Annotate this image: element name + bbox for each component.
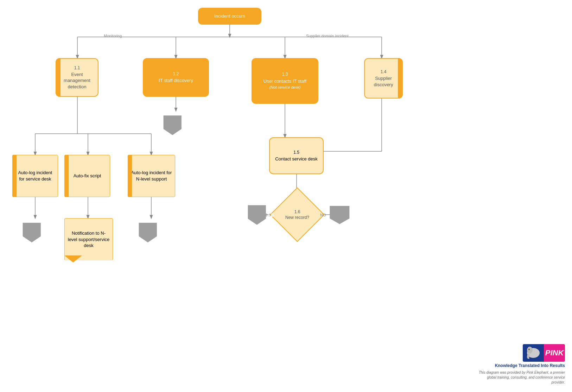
node-1-1-bar bbox=[56, 58, 61, 97]
incident-occurs-label: Incident occurs bbox=[211, 11, 248, 21]
logo-elephant bbox=[523, 344, 544, 362]
node-1-5-label: Contact service desk bbox=[275, 156, 318, 162]
auto-log-sd-label: Auto-log incident for service desk bbox=[18, 170, 52, 182]
node-1-1-id: 1.1 bbox=[59, 65, 95, 71]
incident-occurs-node: Incident occurs bbox=[198, 8, 261, 25]
shield-2-6: 2.6 bbox=[247, 201, 274, 229]
node-1-5: 1.5 Contact service desk bbox=[269, 137, 324, 174]
node-1-3: 1.3 User contacts IT staff (Not service … bbox=[252, 58, 318, 104]
diagram-container: Incident occurs Monitoring Supplier doma… bbox=[0, 0, 572, 392]
logo-disclaimer: This diagram was provided by Pink Elepha… bbox=[474, 370, 565, 385]
auto-fix-bar bbox=[64, 155, 69, 197]
node-1-3-id: 1.3 bbox=[263, 71, 306, 77]
shield-2-6-label: 2.6 bbox=[267, 212, 274, 218]
node-1-2: 1.2 IT staff discovery bbox=[143, 58, 209, 97]
node-1-4-bar-right bbox=[398, 58, 403, 99]
auto-fix-node: Auto-fix script bbox=[64, 155, 110, 197]
node-1-1: 1.1 Event management detection bbox=[56, 58, 98, 97]
logo-tagline: Knowledge Translated Into Results bbox=[474, 363, 565, 368]
notification-label: Notification to N-level support/service … bbox=[68, 230, 110, 248]
supplier-domain-label: Supplier domain incident bbox=[306, 34, 348, 38]
notification-fold bbox=[64, 255, 82, 263]
logo-box: PINK bbox=[474, 344, 565, 362]
shield-2-10-label: 2.10 bbox=[350, 212, 360, 218]
svg-point-23 bbox=[528, 349, 530, 350]
auto-log-n-node: Auto-log incident for N-level support bbox=[128, 155, 175, 197]
diamond-1-6: 1.6 New record? bbox=[278, 195, 317, 234]
node-1-3-label: User contacts IT staff bbox=[263, 78, 306, 84]
diamond-1-6-id: 1.6 bbox=[285, 209, 309, 215]
shield-4-1-label: 4.1 bbox=[42, 230, 49, 235]
diamond-1-6-text: 1.6 New record? bbox=[285, 209, 309, 220]
node-1-1-label: Event management detection bbox=[64, 72, 90, 89]
auto-log-sd-bar bbox=[12, 155, 17, 197]
node-1-5-id: 1.5 bbox=[275, 150, 318, 155]
node-1-3-italic: (Not service desk) bbox=[269, 85, 301, 89]
auto-log-n-bar bbox=[128, 155, 132, 197]
shield-2-1: 2.1 bbox=[163, 111, 189, 140]
node-1-4-label: Supplier discovery bbox=[374, 76, 393, 87]
node-1-4: 1.4 Supplier discovery bbox=[364, 58, 403, 99]
node-1-4-id: 1.4 bbox=[368, 69, 399, 75]
shield-2-10: 2.10 bbox=[329, 201, 360, 229]
logo-area: PINK Knowledge Translated Into Results T… bbox=[474, 344, 565, 385]
monitoring-label: Monitoring bbox=[104, 34, 122, 38]
auto-fix-label: Auto-fix script bbox=[74, 173, 101, 178]
logo-pink-text: PINK bbox=[544, 344, 565, 362]
no-label: NO bbox=[320, 213, 326, 217]
shield-6-1-label: 6.1 bbox=[158, 230, 165, 235]
auto-log-n-label: Auto-log incident for N-level support bbox=[131, 170, 172, 182]
shield-2-1-label: 2.1 bbox=[183, 122, 189, 128]
node-1-2-label: IT staff discovery bbox=[159, 78, 193, 83]
notification-node: Notification to N-level support/service … bbox=[64, 218, 113, 260]
shield-6-1: 6.1 bbox=[138, 218, 165, 247]
svg-point-22 bbox=[527, 347, 533, 354]
auto-log-sd-node: Auto-log incident for service desk bbox=[12, 155, 58, 197]
diamond-1-6-label: New record? bbox=[285, 215, 309, 220]
shield-4-1: 4.1 bbox=[22, 218, 49, 247]
node-1-2-id: 1.2 bbox=[159, 71, 193, 77]
